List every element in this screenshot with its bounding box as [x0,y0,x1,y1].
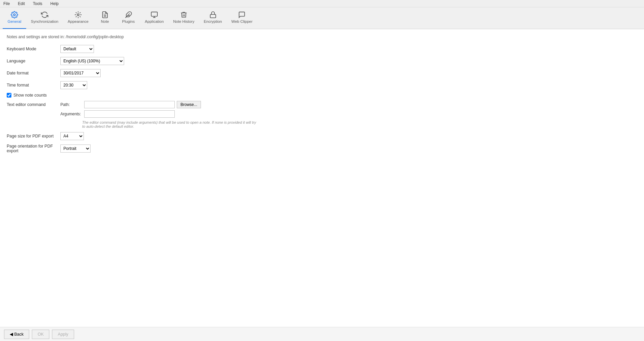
menu-help[interactable]: Help [49,1,60,7]
tab-encryption-label: Encryption [204,19,222,23]
show-note-counts-label[interactable]: Show note counts [13,93,47,98]
note-icon [101,11,109,18]
browse-button[interactable]: Browse... [177,101,201,108]
date-format-label: Date format [7,71,60,75]
tab-appearance[interactable]: Appearance [63,7,93,29]
text-editor-section: Text editor command Path: Browse... Argu… [7,101,637,118]
plugins-icon [125,11,132,18]
tab-appearance-label: Appearance [68,19,89,23]
tab-general-label: General [8,19,21,23]
editor-args-row: Arguments: [60,110,201,118]
pdf-size-row: Page size for PDF export A4 A3 Letter Le… [7,132,637,140]
main-content: Notes and settings are stored in: /home/… [0,29,644,327]
language-label: Language [7,59,60,63]
tab-note-history[interactable]: Note History [168,7,199,29]
tab-general[interactable]: General [3,7,26,29]
application-icon [151,11,158,18]
svg-rect-9 [210,14,216,18]
text-editor-label: Text editor command [7,101,60,107]
tab-synchronization-label: Synchronization [31,19,58,23]
time-format-select[interactable]: 20:30 8:30 PM [60,81,87,89]
tab-plugins-label: Plugins [122,19,135,23]
path-input[interactable] [84,101,175,108]
editor-path-row: Path: Browse... [60,101,201,108]
apply-button[interactable]: Apply [52,330,74,339]
encryption-icon [209,11,217,18]
show-note-counts-row: Show note counts [7,93,637,98]
pdf-orientation-row: Page orientation for PDF export Portrait… [7,144,637,153]
tab-note[interactable]: Note [93,7,117,29]
storage-info: Notes and settings are stored in: /home/… [7,35,637,39]
keyboard-mode-select[interactable]: Default Vim Emacs [60,45,94,53]
editor-hint: The editor command (may include argument… [82,120,257,128]
menubar: File Edit Tools Help [0,0,644,7]
tab-web-clipper-label: Web Clipper [231,19,253,23]
pdf-orientation-label: Page orientation for PDF export [7,144,60,153]
pdf-size-select[interactable]: A4 A3 Letter Legal [60,132,84,140]
editor-fields: Path: Browse... Arguments: [60,101,201,118]
tab-plugins[interactable]: Plugins [117,7,140,29]
pdf-orientation-select[interactable]: Portrait Landscape [60,145,91,153]
path-label: Path: [60,102,82,107]
svg-rect-6 [151,12,157,16]
toolbar: General Synchronization Appearance [0,7,644,29]
date-format-row: Date format 30/01/2017 01/30/2017 2017-0… [7,69,637,77]
svg-point-0 [13,14,15,16]
time-format-label: Time format [7,83,60,88]
sync-icon [41,11,48,18]
web-clipper-icon [238,11,246,18]
tab-synchronization[interactable]: Synchronization [26,7,63,29]
arguments-label: Arguments: [60,112,82,116]
tab-note-label: Note [101,19,109,23]
note-history-icon [180,11,187,18]
language-select[interactable]: English (US) (100%) [60,57,124,65]
svg-point-1 [77,14,79,16]
arguments-input[interactable] [84,110,175,118]
appearance-icon [74,11,82,18]
tab-web-clipper[interactable]: Web Clipper [227,7,257,29]
show-note-counts-checkbox[interactable] [7,93,11,98]
tab-application[interactable]: Application [140,7,168,29]
tab-note-history-label: Note History [173,19,194,23]
keyboard-mode-row: Keyboard Mode Default Vim Emacs [7,45,637,53]
ok-button[interactable]: OK [32,330,49,339]
date-format-select[interactable]: 30/01/2017 01/30/2017 2017-01-30 [60,69,101,77]
time-format-row: Time format 20:30 8:30 PM [7,81,637,90]
menu-edit[interactable]: Edit [16,1,26,7]
menu-tools[interactable]: Tools [32,1,44,7]
tab-encryption[interactable]: Encryption [199,7,226,29]
general-icon [11,11,18,18]
keyboard-mode-label: Keyboard Mode [7,47,60,51]
tab-application-label: Application [145,19,164,23]
footer: ◀ Back OK Apply [0,327,644,341]
language-row: Language English (US) (100%) [7,57,637,65]
menu-file[interactable]: File [2,1,11,7]
back-button[interactable]: ◀ Back [4,330,29,339]
pdf-size-label: Page size for PDF export [7,134,60,138]
